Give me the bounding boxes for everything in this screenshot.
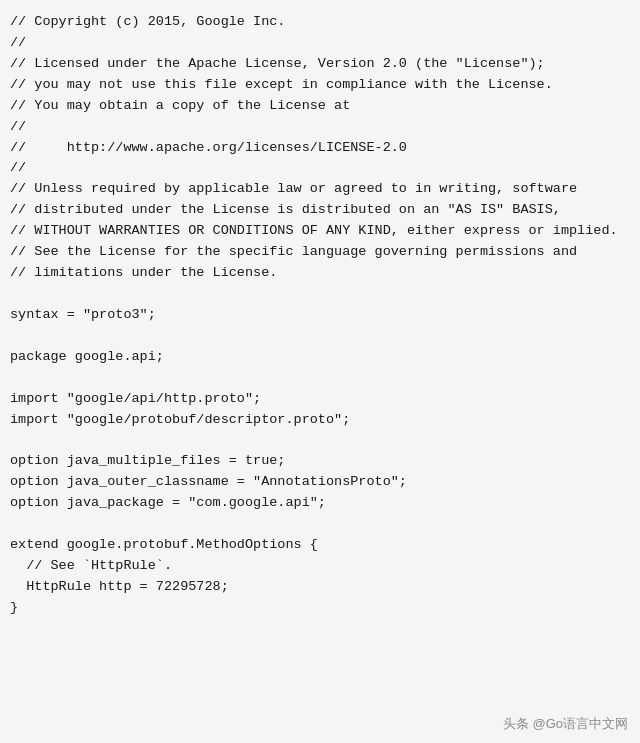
code-block: // Copyright (c) 2015, Google Inc.//// L… — [10, 12, 630, 619]
code-line — [10, 368, 630, 389]
code-line: syntax = "proto3"; — [10, 305, 630, 326]
code-line: // Unless required by applicable law or … — [10, 179, 630, 200]
code-line: option java_package = "com.google.api"; — [10, 493, 630, 514]
code-line: import "google/api/http.proto"; — [10, 389, 630, 410]
code-line: option java_multiple_files = true; — [10, 451, 630, 472]
code-line: // WITHOUT WARRANTIES OR CONDITIONS OF A… — [10, 221, 630, 242]
code-line: HttpRule http = 72295728; — [10, 577, 630, 598]
code-line — [10, 430, 630, 451]
code-line: import "google/protobuf/descriptor.proto… — [10, 410, 630, 431]
code-line: option java_outer_classname = "Annotatio… — [10, 472, 630, 493]
code-container: // Copyright (c) 2015, Google Inc.//// L… — [0, 0, 640, 743]
code-line: // http://www.apache.org/licenses/LICENS… — [10, 138, 630, 159]
code-line: package google.api; — [10, 347, 630, 368]
code-line: // distributed under the License is dist… — [10, 200, 630, 221]
watermark: 头条 @Go语言中文网 — [503, 715, 628, 733]
code-line: // limitations under the License. — [10, 263, 630, 284]
code-line: // you may not use this file except in c… — [10, 75, 630, 96]
code-line — [10, 514, 630, 535]
code-line: // — [10, 33, 630, 54]
code-line: // Copyright (c) 2015, Google Inc. — [10, 12, 630, 33]
code-line: // See `HttpRule`. — [10, 556, 630, 577]
code-line: // — [10, 158, 630, 179]
code-line: // You may obtain a copy of the License … — [10, 96, 630, 117]
code-line: // — [10, 117, 630, 138]
code-line — [10, 284, 630, 305]
code-line: extend google.protobuf.MethodOptions { — [10, 535, 630, 556]
code-line: // Licensed under the Apache License, Ve… — [10, 54, 630, 75]
code-line: // See the License for the specific lang… — [10, 242, 630, 263]
code-line: } — [10, 598, 630, 619]
code-line — [10, 326, 630, 347]
